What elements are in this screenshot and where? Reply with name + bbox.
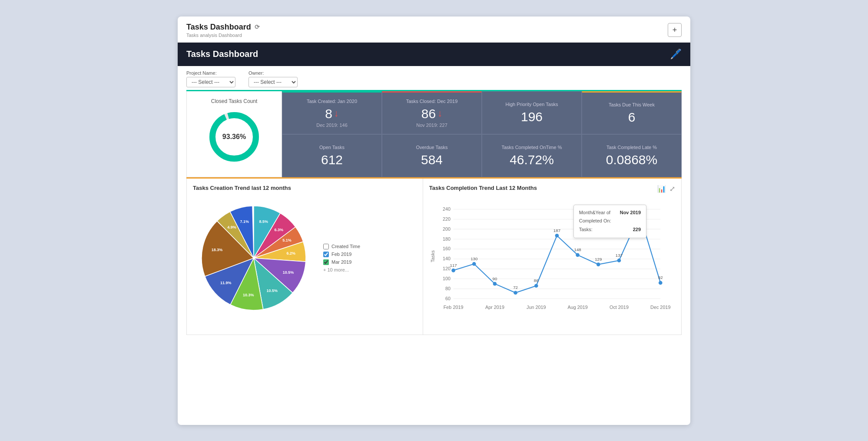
donut-card: Closed Tasks Count 93.36% [186,91,282,177]
owner-select[interactable]: --- Select --- [248,77,298,87]
header-bar: Tasks Dashboard ⟳ Tasks analysis Dashboa… [178,17,690,43]
data-label-3: 72 [513,285,518,290]
legend-checkbox-0[interactable] [323,244,329,249]
kpi-label-5: Overdue Tasks [416,145,447,150]
data-dot-1[interactable] [472,262,476,266]
pie-section: Tasks Creation Trend last 12 months 8.5%… [186,179,423,335]
legend-label-1: Feb 2019 [331,252,351,257]
refresh-icon[interactable]: ⟳ [255,23,260,30]
kpi-grid: Task Created: Jan 20208↓Dec 2019: 146Tas… [282,91,682,177]
kpi-card-2: High Priority Open Tasks196 [482,91,582,134]
dark-banner: Tasks Dashboard 🖊️ [178,43,690,66]
data-dot-5[interactable] [555,233,559,237]
chart-icons: 📊 ⤢ [657,185,675,193]
pie-label-10: 7.1% [240,219,249,223]
data-label-7: 129 [595,256,602,261]
x-label-1: Apr 2019 [485,305,504,310]
tooltip-tasks-label: Tasks: [579,225,593,234]
data-label-2: 90 [492,276,497,281]
kpi-card-6: Tasks Completed OnTime %46.72% [482,134,582,177]
tooltip-box: Month&Year ofCompleted On: Nov 2019 Task… [573,205,646,238]
expand-icon[interactable]: ⤢ [669,185,675,193]
line-chart-title: Tasks Completion Trend Last 12 Months [429,185,537,191]
kpi-label-2: High Priority Open Tasks [506,102,558,107]
data-label-5: 187 [553,228,560,232]
pie-label-7: 11.9% [220,281,232,285]
legend-checkbox-1[interactable] [323,252,329,257]
data-label-1: 130 [470,256,478,261]
pie-label-9: 4.9% [227,225,236,229]
owner-filter: Owner: --- Select --- [248,70,298,87]
data-dot-2[interactable] [493,282,497,285]
data-label-4: 86 [534,278,539,283]
kpi-card-5: Overdue Tasks584 [382,134,482,177]
project-name-label: Project Name: [186,70,235,76]
donut-percentage: 93.36% [222,133,246,141]
x-label-5: Dec 2019 [650,305,670,310]
tooltip-title-label: Month&Year ofCompleted On: [579,209,611,226]
pie-label-6: 10.3% [243,292,254,297]
header-title-block: Tasks Dashboard ⟳ Tasks analysis Dashboa… [186,23,260,38]
data-dot-4[interactable] [534,284,538,288]
kpi-label-0: Task Created: Jan 2020 [307,99,357,104]
kpi-value-5: 584 [421,153,443,167]
filters-row: Project Name: --- Select --- Owner: --- … [178,66,690,90]
pie-chart-title: Tasks Creation Trend last 12 months [193,185,417,191]
pie-svg: 8.5%6.3%5.1%6.2%10.5%10.5%10.3%11.9%18.3… [193,197,315,319]
kpi-card-0: Task Created: Jan 20208↓Dec 2019: 146 [282,91,382,134]
legend-item-0: Created Time [323,244,360,249]
legend-item-1: Feb 2019 [323,252,360,257]
y-label-100: 100 [443,276,451,281]
x-label-4: Oct 2019 [610,305,629,310]
kpi-value-4: 612 [321,153,343,167]
kpi-card-3: Tasks Due This Week6 [582,91,682,134]
data-dot-7[interactable] [596,262,600,266]
kpi-value-7: 0.0868% [606,153,657,167]
down-arrow-0: ↓ [334,108,339,119]
data-dot-0[interactable] [451,268,455,272]
y-label-60: 60 [445,295,451,301]
tooltip-month-val: Nov 2019 [620,209,641,226]
y-label-200: 200 [443,226,451,231]
kpi-value-3: 6 [628,110,636,124]
title-text: Tasks Dashboard [186,23,251,32]
kpi-label-4: Open Tasks [319,145,345,150]
legend-more[interactable]: + 10 more... [323,267,360,272]
kpi-card-4: Open Tasks612 [282,134,382,177]
kpi-label-7: Task Completed Late % [606,145,657,150]
pie-label-3: 6.2% [286,251,295,255]
tooltip-tasks-val: 229 [633,225,641,234]
pie-label-0: 8.5% [259,219,268,224]
data-dot-3[interactable] [514,291,517,295]
pie-wrapper: 8.5%6.3%5.1%6.2%10.5%10.5%10.3%11.9%18.3… [193,197,315,319]
pie-label-1: 6.3% [274,228,283,232]
legend-item-2: Mar 2019 [323,259,360,265]
line-section-header: Tasks Completion Trend Last 12 Months 📊 … [429,185,675,197]
data-dot-6[interactable] [576,253,580,257]
y-label-120: 120 [443,266,451,271]
data-label-10: 92 [658,275,663,280]
pie-label-5: 10.5% [267,288,278,292]
x-label-0: Feb 2019 [444,305,464,310]
data-dot-10[interactable] [659,281,663,285]
y-label-180: 180 [443,236,451,241]
y-label-80: 80 [445,285,451,291]
add-button[interactable]: + [668,23,682,37]
y-axis-title: Tasks [430,250,435,262]
down-arrow-1: ↓ [437,108,442,119]
project-select[interactable]: --- Select --- [186,77,235,87]
banner-title: Tasks Dashboard [186,49,258,59]
data-label-6: 148 [574,247,581,252]
kpi-value-1: 86↓ [421,106,442,121]
bottom-charts: Tasks Creation Trend last 12 months 8.5%… [186,177,682,335]
banner-icon: 🖊️ [670,49,682,60]
kpi-value-0: 8↓ [325,106,339,121]
legend-checkbox-2[interactable] [323,259,329,265]
kpi-label-1: Tasks Closed: Dec 2019 [406,99,458,104]
kpi-sub-0: Dec 2019: 146 [316,123,348,128]
kpi-value-6: 46.72% [510,153,554,167]
donut-chart: 93.36% [206,109,262,165]
bar-chart-icon[interactable]: 📊 [657,185,666,193]
tooltip-row-1: Month&Year ofCompleted On: Nov 2019 [579,209,641,226]
data-dot-8[interactable] [617,259,621,262]
